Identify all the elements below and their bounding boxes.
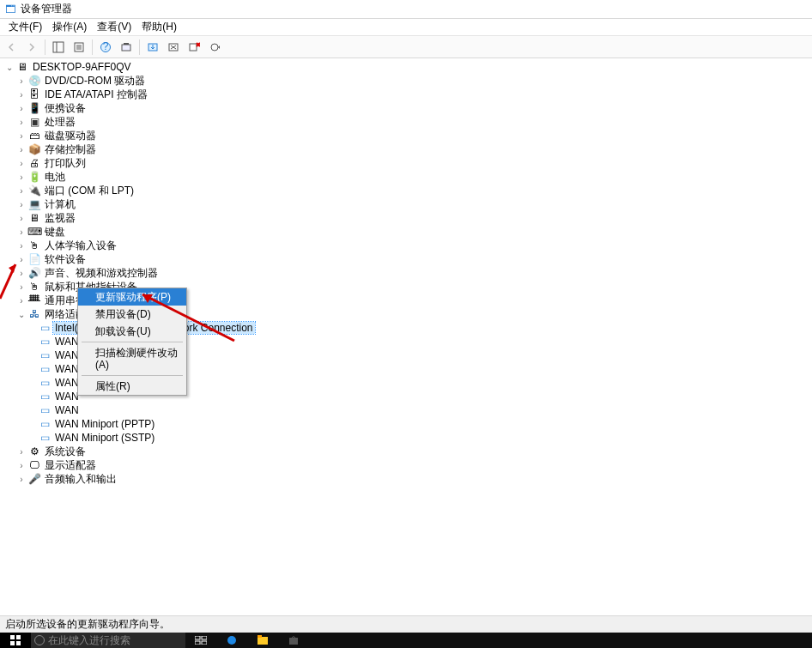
tree-category[interactable]: ›人体学输入设备 [0,239,812,252]
tree-category[interactable]: ›IDE ATA/ATAPI 控制器 [0,88,812,101]
tree-category[interactable]: ›键盘 [0,225,812,239]
category-icon [27,280,41,294]
expander-icon[interactable]: › [15,267,27,279]
tree-device[interactable]: WAN Miniport (SSTP) [0,431,812,445]
tree-category[interactable]: ›打印队列 [0,156,812,170]
status-text: 启动所选设备的更新驱动程序向导。 [5,617,170,632]
app-icon [3,3,17,16]
tree-root[interactable]: ⌄ DESKTOP-9AFF0QV [0,60,812,74]
nav-back-button[interactable] [2,38,21,57]
svg-rect-25 [202,641,207,645]
menu-help[interactable]: 帮助(H) [136,18,182,36]
tree-category[interactable]: ›声音、视频和游戏控制器 [0,266,812,280]
menu-action[interactable]: 操作(A) [47,18,92,36]
network-adapter-icon [38,348,52,362]
tree-category[interactable]: ›计算机 [0,197,812,211]
menu-view[interactable]: 查看(V) [92,18,136,36]
expander-icon[interactable]: ⌄ [3,61,15,73]
svg-point-13 [211,44,218,51]
context-menu-item[interactable]: 禁用设备(D) [78,306,186,323]
start-button[interactable] [0,633,31,648]
expander-icon[interactable]: › [15,253,27,265]
cortana-icon [34,635,45,645]
taskbar: 在此键入进行搜索 [0,633,812,648]
expander-icon[interactable]: › [15,445,27,457]
device-label: WAN [53,404,81,416]
category-icon [27,252,41,266]
expander-icon[interactable]: › [15,226,27,238]
expander-icon[interactable]: › [15,171,27,183]
tree-category[interactable]: ›系统设备 [0,445,812,458]
tree-category[interactable]: ›处理器 [0,115,812,129]
properties-button[interactable] [70,38,88,57]
refresh-button[interactable] [205,38,224,57]
window-title: 设备管理器 [21,2,72,16]
task-view-button[interactable] [185,633,216,648]
svg-point-26 [227,636,236,645]
update-driver-button[interactable] [143,38,162,57]
tree-category[interactable]: ›便携设备 [0,101,812,115]
category-icon [27,294,41,307]
category-icon [27,101,41,115]
tree-category[interactable]: ›软件设备 [0,252,812,266]
menu-file[interactable]: 文件(F) [3,18,47,36]
context-menu-item[interactable]: 属性(R) [78,378,186,395]
taskbar-search[interactable]: 在此键入进行搜索 [31,633,185,648]
tree-device[interactable]: WAN [0,403,812,417]
expander-icon[interactable]: › [15,102,27,114]
disable-device-button[interactable] [164,38,183,57]
expander-icon[interactable]: › [15,185,27,197]
expander-icon[interactable]: › [15,459,27,471]
tree-category[interactable]: ›电池 [0,170,812,184]
category-icon [27,458,41,472]
taskbar-store[interactable] [278,633,309,648]
tree-category[interactable]: ›存储控制器 [0,142,812,156]
network-adapter-icon [38,403,52,417]
tree-category[interactable]: ›磁盘驱动器 [0,129,812,142]
tree-device[interactable]: WAN Miniport (PPTP) [0,417,812,431]
svg-rect-20 [10,641,15,645]
tree-category[interactable]: ›音频输入和输出 [0,472,812,486]
network-adapter-icon [38,362,52,376]
help-button[interactable]: ? [96,38,115,57]
expander-icon[interactable]: › [15,143,27,155]
taskbar-explorer[interactable] [247,633,278,648]
nav-forward-button[interactable] [22,38,41,57]
context-menu-item[interactable]: 更新驱动程序(P) [78,288,186,306]
expander-icon[interactable]: › [15,239,27,251]
expander-icon[interactable]: › [15,116,27,128]
context-menu-item[interactable]: 卸载设备(U) [78,323,186,340]
expander-icon[interactable]: › [15,75,27,87]
category-icon [27,445,41,458]
context-menu-item[interactable]: 扫描检测硬件改动(A) [78,344,186,373]
menu-separator [82,342,183,342]
category-label: 计算机 [43,197,77,212]
scan-hardware-button[interactable] [117,38,136,57]
device-label: WAN Miniport (PPTP) [53,418,156,430]
expander-icon[interactable]: › [15,212,27,224]
expander-icon[interactable]: › [15,473,27,485]
expander-icon[interactable]: › [15,198,27,210]
expander-icon[interactable]: › [15,88,27,100]
expander-icon[interactable]: ⌄ [15,308,27,320]
category-icon [27,142,41,156]
show-hide-tree-button[interactable] [49,38,68,57]
uninstall-device-button[interactable] [185,38,203,57]
expander-icon[interactable]: › [15,130,27,142]
device-label: WAN [53,363,81,375]
taskbar-edge[interactable] [216,633,247,648]
search-placeholder: 在此键入进行搜索 [48,633,130,648]
category-icon [27,472,41,486]
tree-category[interactable]: ›监视器 [0,211,812,225]
tree-category[interactable]: ›DVD/CD-ROM 驱动器 [0,74,812,88]
tree-category[interactable]: ›端口 (COM 和 LPT) [0,184,812,197]
category-label: 监视器 [43,211,77,226]
expander-icon[interactable]: › [15,157,27,169]
expander-icon[interactable]: › [15,281,27,293]
svg-rect-22 [195,636,200,639]
svg-text:?: ? [103,41,109,52]
tree-root-label: DESKTOP-9AFF0QV [31,61,132,73]
tree-category[interactable]: ›显示适配器 [0,458,812,472]
svg-rect-8 [122,45,130,51]
expander-icon[interactable]: › [15,294,27,306]
